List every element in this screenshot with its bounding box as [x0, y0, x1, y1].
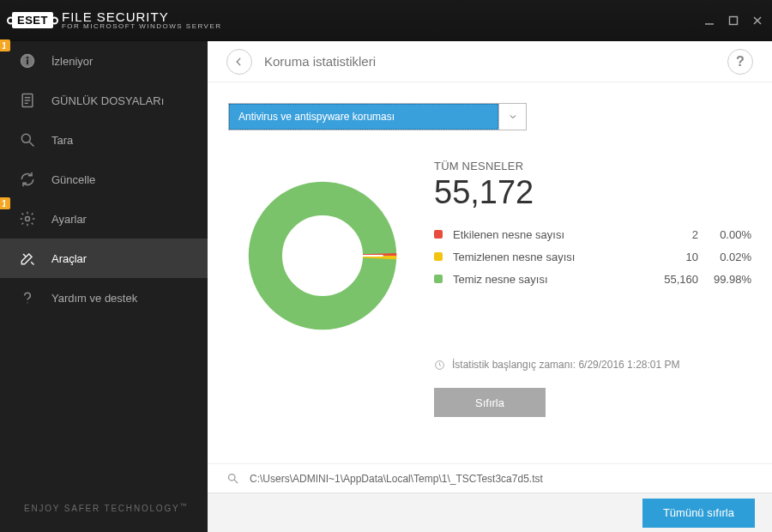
back-button[interactable] [226, 49, 252, 75]
stat-pct: 0.02% [698, 251, 751, 263]
sidebar-item-label: Ayarlar [51, 213, 87, 226]
sidebar-item-tools[interactable]: Araçlar [0, 239, 208, 278]
search-icon [19, 131, 36, 148]
svg-point-14 [27, 302, 27, 303]
stat-name: Etkilenen nesne sayısı [453, 228, 640, 241]
sidebar-badge: 1 [0, 197, 10, 209]
svg-rect-1 [730, 16, 738, 24]
stat-value: 2 [640, 228, 698, 241]
protection-scope-dropdown[interactable]: Antivirus ve antispyware koruması [228, 103, 527, 130]
tools-icon [19, 250, 36, 267]
total-value: 55,172 [434, 174, 751, 211]
svg-point-5 [27, 57, 29, 59]
svg-line-19 [234, 480, 238, 483]
sidebar-item-update[interactable]: Güncelle [0, 160, 208, 199]
search-icon [226, 472, 239, 485]
main-panel: Koruma istatistikleri ? Antivirus ve ant… [208, 41, 772, 532]
maximize-button[interactable] [727, 15, 739, 27]
sidebar-nav: 1 İzleniyor GÜNLÜK DOSYALARı Tara [0, 41, 208, 487]
current-path: C:\Users\ADMINI~1\AppData\Local\Temp\1\_… [250, 473, 543, 485]
stat-pct: 99.98% [698, 273, 751, 286]
stats-panel: TÜM NESNELER 55,172 Etkilenen nesne sayı… [434, 160, 751, 463]
status-path-bar: C:\Users\ADMINI~1\AppData\Local\Temp\1\_… [208, 463, 772, 493]
clock-icon [434, 360, 445, 371]
page-title: Koruma istatistikleri [264, 54, 715, 69]
minimize-button[interactable] [703, 15, 715, 27]
sidebar-item-label: İzleniyor [51, 55, 93, 68]
svg-point-18 [229, 475, 236, 481]
content-body: Antivirus ve antispyware koruması [208, 82, 772, 463]
content-header: Koruma istatistikleri ? [208, 41, 772, 82]
document-icon [19, 92, 36, 109]
stat-row-infected: Etkilenen nesne sayısı 2 0.00% [434, 223, 751, 245]
sidebar-item-settings[interactable]: 1 Ayarlar [0, 199, 208, 239]
sidebar-item-label: Yardım ve destek [51, 292, 137, 305]
close-button[interactable] [751, 15, 763, 27]
swatch-green [434, 275, 443, 283]
sidebar-item-label: Güncelle [51, 173, 95, 186]
sidebar-item-label: GÜNLÜK DOSYALARı [51, 94, 164, 107]
total-label: TÜM NESNELER [434, 160, 751, 172]
titlebar: ESET FILE SECURITY FOR MICROSOFT WINDOWS… [0, 0, 772, 41]
timestamp-text: İstatistik başlangıç zamanı: 6/29/2016 1… [452, 359, 680, 371]
dropdown-selected-label: Antivirus ve antispyware koruması [229, 104, 498, 130]
chart-area [228, 160, 417, 463]
stat-value: 55,160 [640, 273, 698, 286]
stats-rows: Etkilenen nesne sayısı 2 0.00% Temizlene… [434, 223, 751, 290]
svg-line-12 [30, 142, 34, 147]
product-name-top: FILE SECURITY [62, 10, 222, 23]
stat-name: Temizlenen nesne sayısı [453, 251, 640, 263]
gear-icon [19, 210, 36, 227]
product-name-sub: FOR MICROSOFT WINDOWS SERVER [62, 23, 222, 30]
product-name: FILE SECURITY FOR MICROSOFT WINDOWS SERV… [62, 10, 222, 30]
sidebar-item-label: Tara [51, 134, 73, 147]
sidebar-item-label: Araçlar [51, 252, 87, 265]
sidebar-badge: 1 [0, 39, 10, 51]
chevron-down-icon [498, 104, 526, 130]
sidebar-item-logs[interactable]: GÜNLÜK DOSYALARı [0, 81, 208, 120]
sidebar-item-scan[interactable]: Tara [0, 120, 208, 160]
sidebar-item-monitoring[interactable]: 1 İzleniyor [0, 41, 208, 81]
stat-value: 10 [640, 251, 698, 263]
info-icon [19, 52, 36, 70]
stat-row-clean: Temiz nesne sayısı 55,160 99.98% [434, 268, 751, 290]
reset-button[interactable]: Sıfırla [434, 388, 546, 417]
brand-logo: ESET [12, 12, 53, 28]
question-icon [19, 289, 36, 306]
help-button[interactable]: ? [727, 49, 753, 75]
footer-bar: Tümünü sıfırla [208, 493, 772, 532]
stat-name: Temiz nesne sayısı [453, 273, 640, 286]
sidebar-item-help[interactable]: Yardım ve destek [0, 278, 208, 317]
donut-chart [238, 172, 407, 340]
stat-pct: 0.00% [698, 228, 751, 241]
svg-point-11 [21, 134, 30, 142]
stats-start-time: İstatistik başlangıç zamanı: 6/29/2016 1… [434, 359, 751, 371]
swatch-red [434, 230, 443, 239]
reset-all-button[interactable]: Tümünü sıfırla [642, 499, 755, 528]
svg-point-13 [26, 217, 30, 221]
svg-rect-6 [27, 59, 28, 64]
window-controls [703, 15, 763, 27]
brand-group: ESET FILE SECURITY FOR MICROSOFT WINDOWS… [12, 10, 222, 30]
sidebar: 1 İzleniyor GÜNLÜK DOSYALARı Tara [0, 41, 208, 532]
refresh-icon [19, 171, 36, 188]
tagline: ENJOY SAFER TECHNOLOGY™ [0, 487, 208, 532]
stat-row-cleaned: Temizlenen nesne sayısı 10 0.02% [434, 245, 751, 268]
swatch-yellow [434, 252, 443, 261]
